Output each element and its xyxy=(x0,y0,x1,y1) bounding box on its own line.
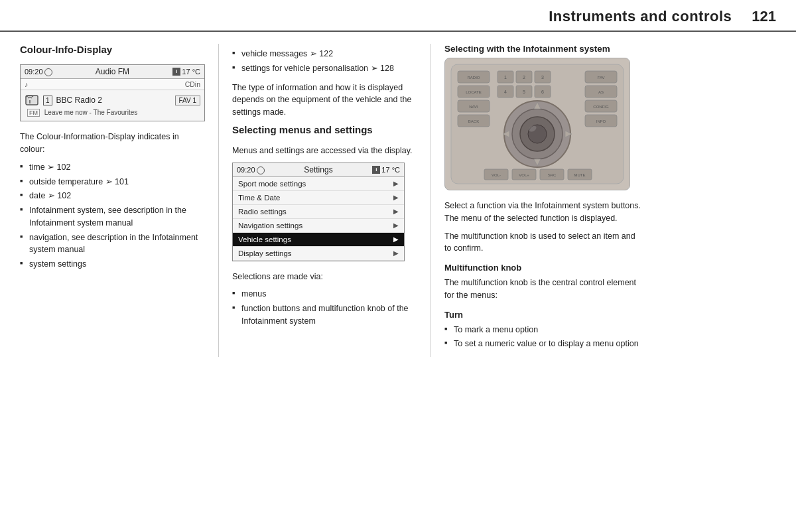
settings-time: 09:20 xyxy=(237,166,265,174)
station-name: BBC Radio 2 xyxy=(56,96,171,105)
station-badge: 1 xyxy=(43,96,52,105)
svg-text:SRC: SRC xyxy=(548,173,557,177)
col-right-para2: The multifunction knob is used to select… xyxy=(444,230,643,255)
settings-item-5[interactable]: Display settings ▶ xyxy=(233,247,404,261)
chevron-icon: ▶ xyxy=(393,235,399,243)
list-item: Infotainment system, see description in … xyxy=(20,204,205,230)
fav-badge: FAV 1 xyxy=(175,96,201,105)
list-item: date ➢ 102 xyxy=(20,190,205,202)
svg-text:RADIO: RADIO xyxy=(467,76,480,80)
display-mockup-1: 09:20 Audio FM i 17 °C ♪ CDin xyxy=(20,64,205,121)
radio-icon xyxy=(25,94,39,106)
col-mid-para1: The type of information and how it is di… xyxy=(232,82,417,119)
list-item: settings for vehicle personalisation ➢ 1… xyxy=(232,62,417,75)
settings-topbar: 09:20 Settings i 17 °C xyxy=(233,163,404,177)
settings-item-4[interactable]: Vehicle settings ▶ xyxy=(233,233,404,247)
chevron-icon: ▶ xyxy=(393,194,399,201)
display-center-1: Audio FM xyxy=(96,67,129,76)
svg-text:3: 3 xyxy=(541,75,544,80)
infotainment-panel-image: RADIO LOCATE NAVI BACK FAV AS CONFIG INF… xyxy=(444,58,630,190)
col-left-bullets: time ➢ 102 outside temperature ➢ 101 dat… xyxy=(20,161,205,271)
list-item: navigation, see description in the Infot… xyxy=(20,232,205,257)
col-right-para1: Select a function via the Infotainment s… xyxy=(444,200,643,225)
list-item: vehicle messages ➢ 122 xyxy=(232,48,417,60)
svg-rect-0 xyxy=(26,96,38,105)
svg-text:NAVI: NAVI xyxy=(469,105,478,109)
display-topbar-1: 09:20 Audio FM i 17 °C xyxy=(21,65,204,79)
multifunction-title: Multifunction knob xyxy=(444,263,643,273)
temp-icon-1: i xyxy=(172,68,180,76)
list-item: system settings xyxy=(20,258,205,271)
page-number: 121 xyxy=(752,8,776,25)
settings-center: Settings xyxy=(304,165,332,174)
header-title: Instruments and controls xyxy=(549,8,732,25)
display-subbar-1: ♪ CDin xyxy=(21,79,204,90)
turn-title: Turn xyxy=(444,310,643,320)
station-row: 1 BBC Radio 2 FAV 1 xyxy=(25,94,200,106)
col-mid-bullets-bottom: menus function buttons and multifunction… xyxy=(232,288,417,327)
infotainment-title: Selecting with the Infotainment system xyxy=(444,44,643,54)
list-item: To set a numeric value or to display a m… xyxy=(444,338,643,350)
chevron-icon: ▶ xyxy=(393,208,399,215)
display-body-1: 1 BBC Radio 2 FAV 1 FM Leave me now - Th… xyxy=(21,90,204,121)
list-item: menus xyxy=(232,288,417,300)
display-track: FM Leave me now - The Favourites xyxy=(25,109,200,117)
settings-item-0[interactable]: Sport mode settings ▶ xyxy=(233,177,404,191)
col-mid-bullets-top: vehicle messages ➢ 122 settings for vehi… xyxy=(232,48,417,75)
display-time-1: 09:20 xyxy=(25,68,52,76)
settings-item-1[interactable]: Time & Date ▶ xyxy=(233,191,404,205)
chevron-icon: ▶ xyxy=(393,222,399,229)
col-mid-para2: Menus and settings are accessed via the … xyxy=(232,145,417,157)
chevron-icon: ▶ xyxy=(393,180,399,187)
svg-text:VOL+: VOL+ xyxy=(519,173,529,177)
turn-bullets: To mark a menu option To set a numeric v… xyxy=(444,324,643,351)
settings-item-2[interactable]: Radio settings ▶ xyxy=(233,205,404,219)
settings-temp: i 17 °C xyxy=(372,166,400,174)
col-mid-section-title: Selecting menus and settings xyxy=(232,124,417,135)
col-left: Colour-Info-Display 09:20 Audio FM i 17 … xyxy=(20,44,219,357)
svg-text:2: 2 xyxy=(523,75,525,80)
content-area: Colour-Info-Display 09:20 Audio FM i 17 … xyxy=(0,32,796,369)
infotainment-svg: RADIO LOCATE NAVI BACK FAV AS CONFIG INF… xyxy=(448,61,627,187)
list-item: To mark a menu option xyxy=(444,324,643,336)
settings-item-3[interactable]: Navigation settings ▶ xyxy=(233,219,404,233)
list-item: time ➢ 102 xyxy=(20,161,205,174)
svg-text:1: 1 xyxy=(504,75,507,80)
list-item: function buttons and multifunction knob … xyxy=(232,302,417,328)
col-left-desc: The Colour-Information-Display indicates… xyxy=(20,131,205,156)
svg-text:4: 4 xyxy=(504,90,507,94)
svg-text:6: 6 xyxy=(541,90,544,94)
col-mid: vehicle messages ➢ 122 settings for vehi… xyxy=(219,44,431,357)
svg-text:BACK: BACK xyxy=(468,119,479,123)
svg-text:MUTE: MUTE xyxy=(574,173,586,177)
chevron-icon: ▶ xyxy=(393,249,399,257)
col-left-title: Colour-Info-Display xyxy=(20,44,205,55)
multifunction-desc: The multifunction knob is the central co… xyxy=(444,277,643,302)
svg-text:VOL-: VOL- xyxy=(492,173,501,177)
svg-text:AS: AS xyxy=(598,90,604,94)
selections-title: Selections are made via: xyxy=(232,271,417,283)
svg-text:5: 5 xyxy=(523,90,525,94)
settings-temp-icon: i xyxy=(372,166,380,174)
svg-text:CONFIG: CONFIG xyxy=(593,105,609,109)
settings-display: 09:20 Settings i 17 °C Sport mode settin… xyxy=(232,163,405,261)
col-right: Selecting with the Infotainment system R… xyxy=(431,44,643,357)
svg-text:FAV: FAV xyxy=(598,76,605,80)
page-header: Instruments and controls 121 xyxy=(0,0,796,32)
svg-text:LOCATE: LOCATE xyxy=(466,90,482,94)
settings-list: Sport mode settings ▶ Time & Date ▶ Radi… xyxy=(233,177,404,261)
svg-text:INFO: INFO xyxy=(596,119,606,123)
band-label: FM xyxy=(27,109,40,117)
list-item: outside temperature ➢ 101 xyxy=(20,176,205,188)
display-temp-1: i 17 °C xyxy=(172,68,200,76)
